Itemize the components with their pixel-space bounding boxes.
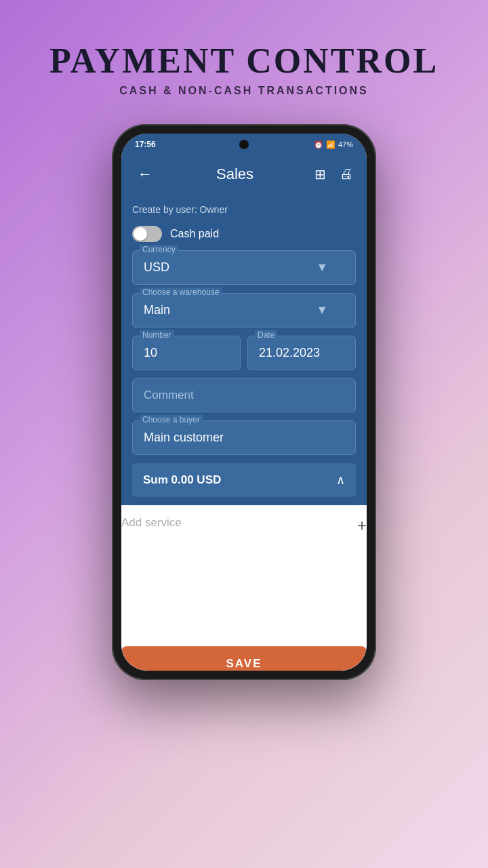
app-header: PAYMENT CONTROL CASH & NON-CASH TRANSACT… <box>22 0 466 117</box>
warehouse-arrow-icon: ▼ <box>316 303 328 317</box>
save-button[interactable]: SAVE <box>121 646 367 671</box>
phone-mockup: 17:56 ⏰ 📶 47% ← Sales ⊞ 🖨 Create by user… <box>112 124 376 680</box>
sum-chevron-icon: ∧ <box>336 473 345 488</box>
date-value: 21.02.2023 <box>248 336 355 370</box>
warehouse-legend: Choose a warehouse <box>140 288 222 297</box>
warehouse-field[interactable]: Choose a warehouse Main ▼ <box>132 293 356 328</box>
nav-actions: ⊞ 🖨 <box>312 163 356 185</box>
date-field[interactable]: Date 21.02.2023 <box>247 336 356 370</box>
sum-bar[interactable]: Sum 0.00 USD ∧ <box>132 463 356 497</box>
app-title: PAYMENT CONTROL <box>49 41 439 81</box>
back-button[interactable]: ← <box>132 160 158 189</box>
camera-notch <box>239 140 249 149</box>
comment-field[interactable]: Comment <box>132 378 356 412</box>
print-icon[interactable]: 🖨 <box>337 163 356 185</box>
status-bar: 17:56 ⏰ 📶 47% <box>121 134 367 155</box>
buyer-field[interactable]: Choose a buyer Main customer <box>132 420 356 455</box>
alarm-icon: ⏰ <box>314 140 323 149</box>
buyer-value-row: Main customer <box>133 421 355 454</box>
cash-paid-label: Cash paid <box>170 228 219 240</box>
currency-field[interactable]: Currency USD ▼ <box>132 250 356 285</box>
app-subtitle: CASH & NON-CASH TRANSACTIONS <box>49 85 439 97</box>
top-nav: ← Sales ⊞ 🖨 <box>121 155 367 193</box>
warehouse-value-row: Main ▼ <box>133 294 355 327</box>
phone-screen: 17:56 ⏰ 📶 47% ← Sales ⊞ 🖨 Create by user… <box>121 134 367 671</box>
cash-paid-row: Cash paid <box>132 226 356 242</box>
currency-value-row: USD ▼ <box>133 251 355 284</box>
number-field[interactable]: Number 10 <box>132 336 241 370</box>
number-legend: Number <box>140 330 174 340</box>
number-date-row: Number 10 Date 21.02.2023 <box>132 336 356 370</box>
buyer-value: Main customer <box>144 431 224 445</box>
status-time: 17:56 <box>135 140 156 149</box>
sum-text: Sum 0.00 USD <box>143 473 221 487</box>
form-content: Create by user: Owner Cash paid Currency… <box>121 193 367 671</box>
currency-value: USD <box>144 260 169 275</box>
nav-title: Sales <box>216 165 253 183</box>
toggle-thumb <box>134 227 147 241</box>
add-service-placeholder: Add service <box>121 516 182 530</box>
warehouse-value: Main <box>144 303 170 317</box>
cash-paid-toggle[interactable] <box>132 226 162 242</box>
number-value: 10 <box>133 336 240 370</box>
status-icons: ⏰ 📶 47% <box>314 140 353 149</box>
empty-space <box>121 587 367 641</box>
qr-icon[interactable]: ⊞ <box>312 163 329 185</box>
buyer-legend: Choose a buyer <box>140 415 203 425</box>
add-service-plus-icon[interactable]: + <box>357 516 367 535</box>
save-button-area: SAVE <box>121 641 367 671</box>
currency-legend: Currency <box>140 245 178 254</box>
battery-text: 47% <box>338 140 353 149</box>
created-by-label: Create by user: Owner <box>132 204 356 215</box>
add-service-section: Add service + <box>121 505 367 587</box>
wifi-icon: 📶 <box>326 140 336 149</box>
currency-arrow-icon: ▼ <box>316 260 328 275</box>
date-legend: Date <box>255 330 277 340</box>
comment-placeholder: Comment <box>144 389 194 401</box>
service-save-area: Add service + SAVE ||| ○ ‹ <box>121 505 367 671</box>
